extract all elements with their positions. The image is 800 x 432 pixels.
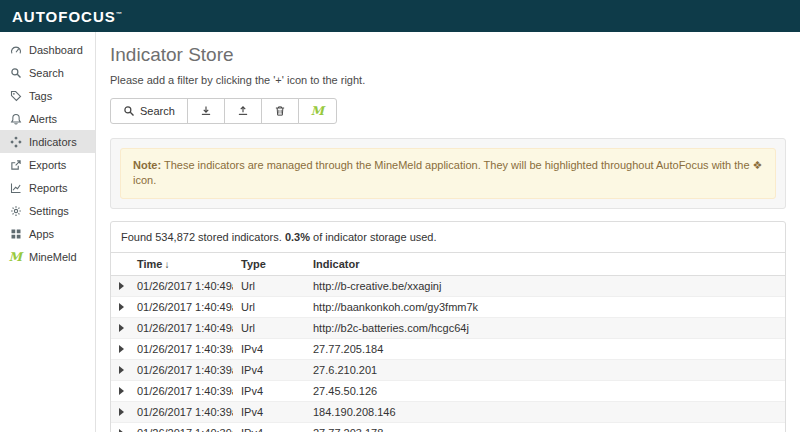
upload-icon (237, 105, 249, 117)
apps-icon (9, 227, 22, 240)
search-button-label: Search (140, 105, 175, 117)
sidebar-item-settings[interactable]: Settings (0, 199, 95, 222)
indicator-cell: 27.45.50.126 (305, 380, 785, 401)
autofocus-app: AUTOFOCUS™ Dashboard Search Tags Alerts … (0, 0, 800, 432)
table-row[interactable]: 01/26/2017 1:40:39am IPv4 27.77.205.184 (111, 338, 785, 359)
table-row[interactable]: 01/26/2017 1:40:49am Url http://b2c-batt… (111, 317, 785, 338)
column-header-type[interactable]: Type (233, 252, 305, 275)
expand-caret-icon[interactable] (119, 324, 124, 332)
indicator-cell: http://b2c-batteries.com/hcgc64j (305, 317, 785, 338)
table-row[interactable]: 01/26/2017 1:40:39am IPv4 27.45.50.126 (111, 380, 785, 401)
type-cell: IPv4 (233, 422, 305, 432)
minemeld-icon: M (311, 105, 324, 117)
sidebar-item-reports[interactable]: Reports (0, 176, 95, 199)
time-cell: 01/26/2017 1:40:49am (129, 317, 233, 338)
minemeld-note: Note: These indicators are managed throu… (120, 148, 776, 199)
type-cell: Url (233, 275, 305, 296)
sidebar: Dashboard Search Tags Alerts Indicators … (0, 32, 96, 432)
table-row[interactable]: 01/26/2017 1:40:49am Url http://b-creati… (111, 275, 785, 296)
toolbar: Search M (110, 98, 786, 124)
status-percent: 0.3% (285, 231, 310, 243)
time-cell: 01/26/2017 1:40:39am (129, 380, 233, 401)
autofocus-logo: AUTOFOCUS™ (12, 8, 122, 25)
toolbar-button-group: Search M (110, 98, 337, 124)
tag-icon (9, 89, 22, 102)
expand-caret-icon[interactable] (119, 387, 124, 395)
sidebar-item-dashboard[interactable]: Dashboard (0, 38, 95, 61)
time-cell: 01/26/2017 1:40:49am (129, 296, 233, 317)
export-icon (9, 158, 22, 171)
expand-column-header (111, 252, 129, 275)
time-cell: 01/26/2017 1:40:39am (129, 338, 233, 359)
delete-button[interactable] (261, 98, 299, 124)
page-title: Indicator Store (110, 44, 786, 66)
sidebar-item-minemeld[interactable]: M MineMeld (0, 245, 95, 268)
indicator-cell: 27.77.205.184 (305, 338, 785, 359)
sidebar-item-apps[interactable]: Apps (0, 222, 95, 245)
expand-caret-icon[interactable] (119, 303, 124, 311)
sidebar-item-alerts[interactable]: Alerts (0, 107, 95, 130)
app-header: AUTOFOCUS™ (0, 0, 800, 32)
sidebar-item-search[interactable]: Search (0, 61, 95, 84)
sort-desc-icon[interactable]: ↓ (164, 259, 169, 270)
table-row[interactable]: 01/26/2017 1:40:39am IPv4 27.6.210.201 (111, 359, 785, 380)
bell-icon (9, 112, 22, 125)
indicator-rows: 01/26/2017 1:40:49am Url http://b-creati… (111, 275, 785, 432)
download-icon (200, 105, 212, 117)
download-button[interactable] (187, 98, 225, 124)
status-prefix: Found 534,872 stored indicators. (121, 231, 285, 243)
type-cell: IPv4 (233, 359, 305, 380)
expand-caret-icon[interactable] (119, 282, 124, 290)
filter-well: Note: These indicators are managed throu… (110, 138, 786, 209)
expand-caret-icon[interactable] (119, 345, 124, 353)
table-row[interactable]: 01/26/2017 1:40:39am IPv4 27.77.203.178 (111, 422, 785, 432)
indicator-table: Time↓ Type Indicator 01/26/2017 1:40:49a… (111, 252, 785, 432)
note-label: Note: (133, 159, 161, 171)
time-column-label: Time (137, 258, 162, 270)
search-icon (9, 66, 22, 79)
indicator-table-panel: Found 534,872 stored indicators. 0.3% of… (110, 221, 786, 432)
dashboard-icon (9, 43, 22, 56)
search-button[interactable]: Search (110, 98, 188, 124)
time-cell: 01/26/2017 1:40:39am (129, 359, 233, 380)
indicator-cell: 27.77.203.178 (305, 422, 785, 432)
type-cell: IPv4 (233, 338, 305, 359)
indicator-count-status: Found 534,872 stored indicators. 0.3% of… (111, 222, 785, 252)
search-icon (123, 105, 135, 117)
app-body: Dashboard Search Tags Alerts Indicators … (0, 32, 800, 432)
indicator-cell: 27.6.210.201 (305, 359, 785, 380)
upload-button[interactable] (224, 98, 262, 124)
logo-text: AUTOFOCUS (12, 8, 116, 25)
trademark-mark: ™ (116, 11, 122, 17)
status-suffix: of indicator storage used. (310, 231, 437, 243)
note-text: These indicators are managed through the… (133, 159, 762, 186)
main-content: Indicator Store Please add a filter by c… (96, 32, 800, 432)
type-cell: Url (233, 317, 305, 338)
type-cell: IPv4 (233, 401, 305, 422)
expand-caret-icon[interactable] (119, 408, 124, 416)
column-header-time[interactable]: Time↓ (129, 252, 233, 275)
gear-icon (9, 204, 22, 217)
time-cell: 01/26/2017 1:40:39am (129, 401, 233, 422)
page-subtitle: Please add a filter by clicking the '+' … (110, 74, 786, 86)
time-cell: 01/26/2017 1:40:49am (129, 275, 233, 296)
time-cell: 01/26/2017 1:40:39am (129, 422, 233, 432)
sidebar-item-indicators[interactable]: Indicators (0, 130, 95, 153)
column-header-indicator[interactable]: Indicator (305, 252, 785, 275)
expand-caret-icon[interactable] (119, 366, 124, 374)
indicator-cell: 184.190.208.146 (305, 401, 785, 422)
trash-icon (274, 105, 286, 117)
minemeld-icon: M (9, 250, 22, 263)
sidebar-item-tags[interactable]: Tags (0, 84, 95, 107)
type-cell: Url (233, 296, 305, 317)
indicators-icon (9, 135, 22, 148)
table-row[interactable]: 01/26/2017 1:40:39am IPv4 184.190.208.14… (111, 401, 785, 422)
reports-icon (9, 181, 22, 194)
table-header-row: Time↓ Type Indicator (111, 252, 785, 275)
table-row[interactable]: 01/26/2017 1:40:49am Url http://baankonk… (111, 296, 785, 317)
sidebar-item-exports[interactable]: Exports (0, 153, 95, 176)
minemeld-button[interactable]: M (298, 98, 337, 124)
type-cell: IPv4 (233, 380, 305, 401)
indicator-cell: http://baankonkoh.com/gy3fmm7k (305, 296, 785, 317)
indicator-cell: http://b-creative.be/xxaginj (305, 275, 785, 296)
